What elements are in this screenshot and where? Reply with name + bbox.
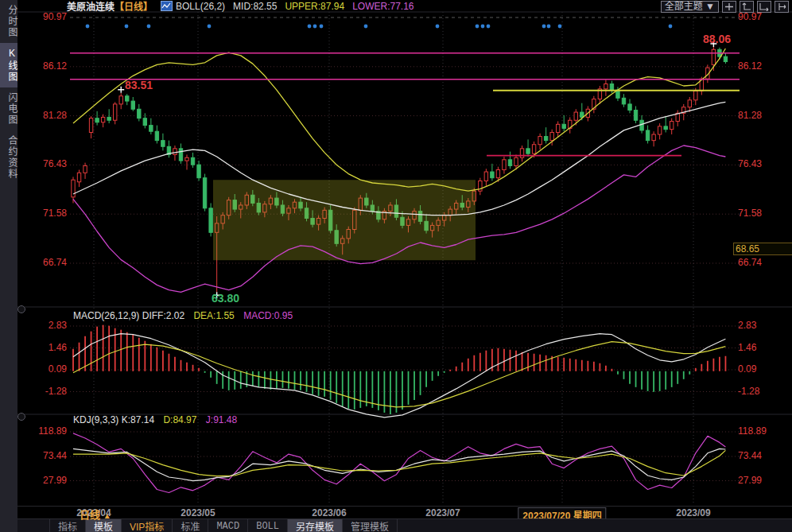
kdj-panel-header: KDJ(9,3,3) K:87.14 D:84.97 J:91.48 xyxy=(73,414,237,425)
macd-diff-value: DIFF:2.02 xyxy=(142,310,184,321)
date-axis: 2023/042023/052023/062023/072023/07/20 星… xyxy=(17,506,792,519)
indicator-toolbar: 指标模板VIP指标标准MACDBOLL另存模板管理模板 xyxy=(17,518,792,532)
theme-dropdown-label: 全部主题 xyxy=(665,1,703,12)
macd-scale-label: 0.09 xyxy=(738,363,756,375)
macd-title: MACD(26,12,9) xyxy=(73,310,139,321)
kdj-scale-label: 118.89 xyxy=(17,425,67,437)
price-marker-label: 68.65 xyxy=(733,243,792,255)
crosshair-icon[interactable] xyxy=(722,1,736,13)
kdj-scale-label: 27.99 xyxy=(738,475,762,486)
date-axis-label: 2023/07 xyxy=(425,507,460,518)
symbol-name: 美原油连续 xyxy=(67,0,115,13)
indicator-name: BOLL(26,2) xyxy=(176,1,225,12)
macd-scale-label: 1.46 xyxy=(17,342,67,353)
price-axis-label: 76.43 xyxy=(738,158,762,169)
toolbar-spacer xyxy=(17,519,50,532)
price-axis-label: 66.74 xyxy=(738,257,762,268)
kdj-d-value: D:84.97 xyxy=(163,414,196,425)
kdj-scale-label: 27.99 xyxy=(17,475,67,486)
macd-scale-label: -1.28 xyxy=(17,386,67,397)
macd-scale-label: 2.83 xyxy=(738,320,756,331)
boll-mid-value: MID:82.55 xyxy=(233,1,277,12)
date-axis-label: 2023/09 xyxy=(676,507,710,518)
sidebar-item-view[interactable]: 闪电图 xyxy=(0,87,17,130)
date-axis-label: 2023/06 xyxy=(312,507,346,518)
region-box xyxy=(213,180,476,260)
macd-panel-header: MACD(26,12,9) DIFF:2.02 DEA:1.55 MACD:0.… xyxy=(73,310,293,321)
macd-scale-label: 0.09 xyxy=(17,363,67,375)
kdj-j-value: J:91.48 xyxy=(206,414,237,425)
kdj-scale-label: 118.89 xyxy=(738,425,767,437)
kdj-panel xyxy=(73,433,725,493)
price-annotation: 88.06 xyxy=(703,33,731,45)
toolbar-tab[interactable]: BOLL xyxy=(248,519,288,532)
macd-scale-label: 1.46 xyxy=(738,342,756,353)
kdj-scale-label: 73.44 xyxy=(738,450,762,461)
price-axis-label: 86.12 xyxy=(17,60,67,72)
kdj-scale-label: 73.44 xyxy=(17,450,67,461)
date-axis-label: 2023/05 xyxy=(181,507,215,518)
price-axis-label: 90.97 xyxy=(738,11,762,22)
view-sidebar: 分时图K线图闪电图合约资料 xyxy=(0,0,17,532)
y-axis-zoom-icon[interactable] xyxy=(740,1,754,13)
sidebar-item-view[interactable]: 合约资料 xyxy=(0,130,17,184)
price-annotation: 83.51 xyxy=(125,79,153,91)
sidebar-item-active[interactable]: K线图 xyxy=(0,43,17,87)
chevron-down-icon: ▼ xyxy=(705,1,715,12)
toolbar-tab[interactable]: 管理模板 xyxy=(343,519,398,532)
boll-lower-value: LOWER:77.16 xyxy=(352,1,413,12)
toolbar-tab[interactable]: MACD xyxy=(208,519,248,532)
price-axis-label: 86.12 xyxy=(738,60,762,72)
toolbar-tab[interactable]: 另存模板 xyxy=(288,519,343,532)
price-axis-label: 76.43 xyxy=(17,158,67,169)
x-axis-zoom-icon[interactable] xyxy=(757,1,771,13)
trading-app-window: 分时图K线图闪电图合约资料 美原油连续 【日线】 BOLL(26,2) MID:… xyxy=(0,0,792,532)
macd-scale-label: 2.83 xyxy=(17,320,67,331)
panel-collapse-icon xyxy=(18,306,25,313)
price-axis-label: 81.28 xyxy=(738,110,762,121)
event-dots xyxy=(86,25,673,29)
price-axis-label: 71.58 xyxy=(17,208,67,219)
sidebar-item-view[interactable]: 分时图 xyxy=(0,0,17,43)
panel-collapse-icon xyxy=(18,414,25,421)
macd-dea-value: DEA:1.55 xyxy=(193,310,234,321)
price-axis-label: 81.28 xyxy=(17,110,67,121)
triangle-up-icon: ▲ xyxy=(103,511,111,520)
kdj-k-value: K:87.14 xyxy=(122,414,154,425)
shift-right-icon[interactable] xyxy=(775,1,789,13)
boll-upper-value: UPPER:87.94 xyxy=(285,1,344,12)
macd-scale-label: -1.28 xyxy=(738,386,759,397)
chart-canvas xyxy=(0,0,792,518)
highlight-region-box xyxy=(213,180,476,260)
price-annotation: 63.80 xyxy=(212,292,239,305)
toolbar-tab[interactable]: VIP指标 xyxy=(122,519,173,532)
chart-header: 美原油连续 【日线】 BOLL(26,2) MID:82.55 UPPER:87… xyxy=(17,0,792,12)
period-selector[interactable]: 日线 ▲ xyxy=(80,507,111,522)
period-selector-label: 日线 xyxy=(80,509,100,521)
macd-macd-value: MACD:0.95 xyxy=(243,310,293,321)
toolbar-tab[interactable]: 标准 xyxy=(173,519,208,532)
kdj-title: KDJ(9,3,3) xyxy=(73,414,118,425)
theme-dropdown-button[interactable]: 全部主题 ▼ xyxy=(661,1,719,13)
trend-hlines xyxy=(70,53,740,156)
chart-type-icon[interactable] xyxy=(161,1,173,11)
price-axis-label: 71.58 xyxy=(738,208,762,219)
macd-panel xyxy=(73,325,725,417)
period-tag: 【日线】 xyxy=(115,0,153,13)
price-axis-label: 66.74 xyxy=(17,257,67,268)
price-axis-label: 90.97 xyxy=(17,11,67,22)
